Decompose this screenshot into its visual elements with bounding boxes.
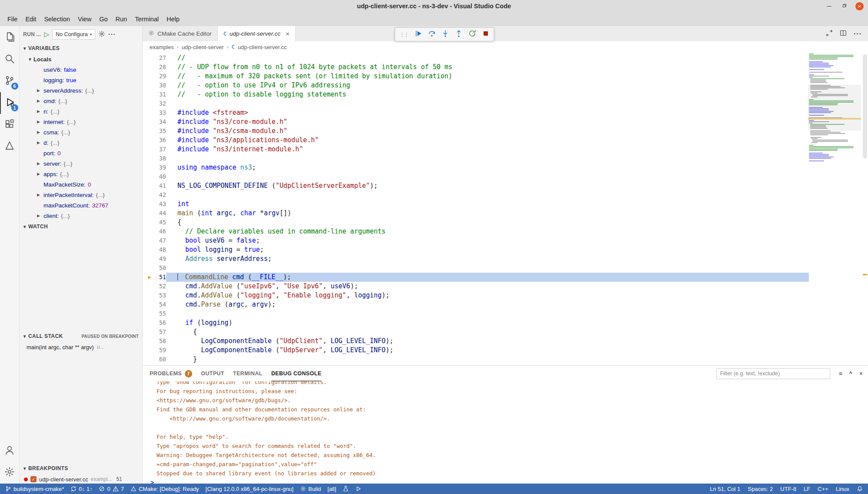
minimap[interactable] [809,53,860,167]
stop-button[interactable] [482,30,490,39]
open-changes-icon[interactable] [826,30,833,38]
step-over-button[interactable] [428,30,436,39]
code-line[interactable]: 49 Address serverAddress; [143,254,868,264]
editor-scrollbar[interactable] [862,53,868,365]
git-sync[interactable]: 0↓ 1↑ [70,486,92,492]
code-editor[interactable]: 27//28// - UDP flow from n0 to n1 of 102… [143,53,868,365]
code-line[interactable]: 27// [143,53,868,63]
gutter-glyph[interactable] [143,282,157,291]
variable-row[interactable]: ▶serverAddress:{...} [20,85,142,96]
split-editor-icon[interactable] [840,30,847,38]
variable-row[interactable]: ▶d:{...} [20,137,142,148]
code-line[interactable]: 61 [143,364,868,365]
gutter-glyph[interactable] [143,90,157,99]
cmake-build[interactable]: Build [300,486,321,492]
gutter-glyph[interactable] [143,145,157,154]
code-line[interactable]: 43int [143,200,868,209]
panel-tab-output[interactable]: OUTPUT [201,366,224,381]
close-button[interactable]: × [855,2,864,10]
gutter-glyph[interactable] [143,264,157,273]
gutter-glyph[interactable] [143,236,157,245]
extensions-icon[interactable] [0,114,20,136]
panel-menu-icon[interactable]: ≡ [839,370,842,377]
code-line[interactable]: 29// - maximum of 320 packets sent (or l… [143,72,868,81]
eol[interactable]: LF [804,486,810,492]
gutter-glyph[interactable] [143,254,157,264]
gutter-glyph[interactable] [143,227,157,236]
menu-item-edit[interactable]: Edit [21,14,40,24]
tab-udp-client-server-cc[interactable]: Cudp-client-server.cc× [218,26,296,41]
menu-item-run[interactable]: Run [112,14,131,24]
gutter-glyph[interactable] [143,291,157,300]
gutter-glyph[interactable]: ▶ [143,273,157,282]
debug-launch[interactable] [355,486,361,492]
gutter-glyph[interactable] [143,81,157,90]
remote-os[interactable]: Linux [836,486,849,492]
gutter-glyph[interactable] [143,117,157,127]
gutter-glyph[interactable] [143,327,157,337]
debug-console-output[interactable]: Type "show configuration" for configurat… [143,381,868,484]
code-line[interactable]: 36#include "ns3/applications-module.h" [143,136,868,145]
gutter-glyph[interactable] [143,364,157,365]
close-panel-icon[interactable]: × [859,370,863,377]
debug-config-dropdown[interactable]: No Configura▾ [52,29,95,40]
explorer-icon[interactable] [0,27,20,49]
breadcrumb-item[interactable]: udp-client-server [182,44,224,50]
code-line[interactable]: 55 [143,309,868,318]
search-icon[interactable] [0,49,20,70]
code-line[interactable]: 48 bool logging = true; [143,245,868,254]
code-line[interactable]: 54 cmd.Parse (argc, argv); [143,300,868,309]
drag-handle-icon[interactable]: ⋮⋮ [399,31,408,38]
variable-row[interactable]: port:0 [20,148,142,158]
gutter-glyph[interactable] [143,300,157,309]
breakpoint-checkbox[interactable]: ✓ [30,476,37,482]
scrollbar-thumb[interactable] [863,54,867,159]
gutter-glyph[interactable] [143,309,157,318]
code-line[interactable]: 39using namespace ns3; [143,163,868,172]
problems[interactable]: 07 [99,486,124,492]
gutter-glyph[interactable] [143,72,157,81]
gutter-glyph[interactable] [143,108,157,117]
menu-item-terminal[interactable]: Terminal [131,14,163,24]
code-line[interactable]: 53 cmd.AddValue ("logging", "Enable logg… [143,291,868,300]
step-out-button[interactable] [455,30,463,39]
code-line[interactable]: 32 [143,99,868,108]
scope-locals[interactable]: ▼Locals [20,54,142,64]
breakpoints-section-header[interactable]: ▼BREAKPOINTS [20,463,142,474]
variable-row[interactable]: ▶apps:{...} [20,169,142,179]
cmake-tools-icon[interactable] [0,136,20,157]
gutter-glyph[interactable] [143,99,157,108]
gutter-glyph[interactable] [143,63,157,72]
code-line[interactable]: 59 LogComponentEnable ("UdpServer", LOG_… [143,346,868,355]
call-stack-section-header[interactable]: ▼CALL STACKPAUSED ON BREAKPOINT [20,330,142,342]
variable-row[interactable]: ▶interPacketInterval:{...} [20,190,142,200]
breadcrumb-item[interactable]: examples [150,44,174,50]
source-control-icon[interactable]: 6 [0,70,20,92]
code-line[interactable]: 34#include "ns3/core-module.h" [143,117,868,127]
menu-item-file[interactable]: File [3,14,21,24]
debug-console-input-row[interactable]: > [150,478,868,484]
code-line[interactable]: 58 LogComponentEnable ("UdpClient", LOG_… [143,337,868,346]
tab-cmake-cache-editor[interactable]: CMake Cache Editor [143,26,218,41]
code-line[interactable]: 50 [143,264,868,273]
accounts-icon[interactable] [0,440,20,462]
code-line[interactable]: 47 bool useV6 = false; [143,236,868,245]
indentation[interactable]: Spaces: 2 [748,486,773,492]
more-actions-icon[interactable]: ··· [854,30,862,38]
code-line[interactable]: 57 { [143,327,868,337]
gutter-glyph[interactable] [143,355,157,364]
code-line[interactable]: 38 [143,154,868,163]
variable-row[interactable]: ▶cmd:{...} [20,96,142,106]
open-launch-json-icon[interactable] [98,30,105,39]
continue-button[interactable] [414,30,422,39]
maximize-panel-icon[interactable]: ^ [849,370,852,377]
menu-item-go[interactable]: Go [95,14,111,24]
run-and-debug-icon[interactable]: 1 [0,92,20,114]
variable-row[interactable]: useV6:false [20,64,142,75]
variable-row[interactable]: ▶internet:{...} [20,117,142,127]
menu-item-view[interactable]: View [74,14,95,24]
start-debugging-icon[interactable]: ▷ [44,30,49,38]
code-line[interactable]: 56 if (logging) [143,318,868,327]
code-line[interactable]: 44main (int argc, char *argv[]) [143,209,868,218]
panel-tab-problems[interactable]: PROBLEMS7 [150,366,192,381]
